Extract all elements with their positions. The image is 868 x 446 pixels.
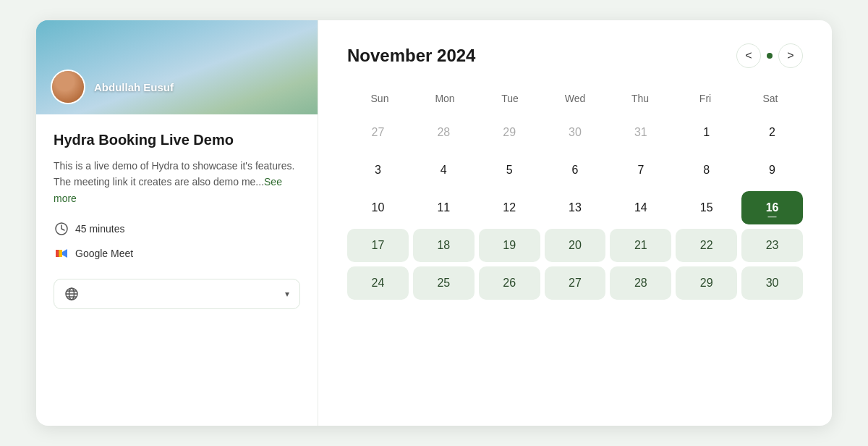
next-month-button[interactable]: > <box>778 43 803 68</box>
clock-icon <box>54 221 69 237</box>
calendar-week-5: 24252627282930 <box>347 266 803 300</box>
day-header-mon: Mon <box>412 88 477 109</box>
lang-left <box>64 287 79 301</box>
calendar-day-17[interactable]: 17 <box>347 229 409 262</box>
avatar <box>51 70 85 104</box>
svg-rect-5 <box>56 250 59 257</box>
calendar-day-28[interactable]: 28 <box>610 266 671 300</box>
platform-label: Google Meet <box>75 248 133 259</box>
calendar-day-27: 27 <box>347 116 409 149</box>
globe-icon <box>64 287 79 301</box>
right-panel: November 2024 < > SunMonTueWedThuFriSat … <box>318 20 832 426</box>
calendar-day-29[interactable]: 29 <box>676 266 737 300</box>
hero-image: Abdullah Eusuf <box>36 20 318 114</box>
calendar-day-1: 1 <box>676 116 737 149</box>
calendar-header: November 2024 < > <box>347 43 803 68</box>
calendar-day-3: 3 <box>347 153 409 187</box>
calendar-day-22[interactable]: 22 <box>676 229 737 262</box>
calendar-day-4: 4 <box>413 153 475 187</box>
language-selector[interactable]: ▾ <box>54 279 300 309</box>
google-meet-icon <box>54 245 69 261</box>
calendar-day-18[interactable]: 18 <box>413 229 475 262</box>
calendar-day-24[interactable]: 24 <box>347 266 409 300</box>
calendar-day-29: 29 <box>479 116 540 149</box>
duration-row: 45 minutes <box>54 221 300 237</box>
svg-marker-2 <box>62 249 67 258</box>
nav-controls: < > <box>736 43 803 68</box>
calendar-day-21[interactable]: 21 <box>610 229 671 262</box>
calendar-week-1: 272829303112 <box>347 116 803 149</box>
calendar-week-4: 17181920212223 <box>347 229 803 262</box>
calendar-day-20[interactable]: 20 <box>545 229 606 262</box>
calendar-day-7: 7 <box>610 153 671 187</box>
calendar-day-8: 8 <box>676 153 737 187</box>
svg-rect-6 <box>59 250 63 257</box>
calendar-weeks: 2728293031123456789101112131415161718192… <box>347 116 803 300</box>
calendar-day-2: 2 <box>741 116 803 149</box>
calendar-day-10: 10 <box>347 191 409 224</box>
duration-label: 45 minutes <box>75 223 124 235</box>
calendar-week-2: 3456789 <box>347 153 803 187</box>
day-header-fri: Fri <box>673 88 738 109</box>
calendar-day-9: 9 <box>741 153 803 187</box>
calendar-day-13: 13 <box>545 191 606 224</box>
day-header-sat: Sat <box>738 88 803 109</box>
calendar-day-16[interactable]: 16 <box>741 191 803 224</box>
event-title: Hydra Booking Live Demo <box>54 130 300 149</box>
calendar-grid: SunMonTueWedThuFriSat 272829303112345678… <box>347 88 803 300</box>
calendar-day-28: 28 <box>413 116 475 149</box>
event-description: This is a live demo of Hydra to showcase… <box>54 158 300 206</box>
calendar-day-27[interactable]: 27 <box>545 266 606 300</box>
day-headers: SunMonTueWedThuFriSat <box>347 88 803 109</box>
avatar-face <box>52 70 84 104</box>
prev-month-button[interactable]: < <box>736 43 761 68</box>
calendar-day-30: 30 <box>545 116 606 149</box>
nav-dot <box>767 53 773 59</box>
calendar-week-3: 10111213141516 <box>347 191 803 224</box>
booking-widget: Abdullah Eusuf Hydra Booking Live Demo T… <box>36 20 832 426</box>
calendar-day-15: 15 <box>676 191 737 224</box>
calendar-day-14: 14 <box>610 191 671 224</box>
calendar-day-31: 31 <box>610 116 671 149</box>
calendar-day-11: 11 <box>413 191 475 224</box>
calendar-day-12: 12 <box>479 191 540 224</box>
platform-row: Google Meet <box>54 245 300 261</box>
calendar-day-5: 5 <box>479 153 540 187</box>
calendar-day-25[interactable]: 25 <box>413 266 475 300</box>
day-header-sun: Sun <box>347 88 412 109</box>
avatar-name: Abdullah Eusuf <box>94 81 174 93</box>
calendar-day-26[interactable]: 26 <box>479 266 540 300</box>
day-header-thu: Thu <box>608 88 673 109</box>
calendar-day-30[interactable]: 30 <box>741 266 803 300</box>
calendar-day-23[interactable]: 23 <box>741 229 803 262</box>
day-header-tue: Tue <box>477 88 542 109</box>
calendar-day-6: 6 <box>545 153 606 187</box>
month-title: November 2024 <box>347 46 475 66</box>
day-header-wed: Wed <box>542 88 608 109</box>
chevron-down-icon: ▾ <box>285 289 289 299</box>
left-content: Hydra Booking Live Demo This is a live d… <box>36 114 318 426</box>
avatar-row: Abdullah Eusuf <box>51 70 174 104</box>
left-panel: Abdullah Eusuf Hydra Booking Live Demo T… <box>36 20 318 426</box>
calendar-day-19[interactable]: 19 <box>479 229 540 262</box>
